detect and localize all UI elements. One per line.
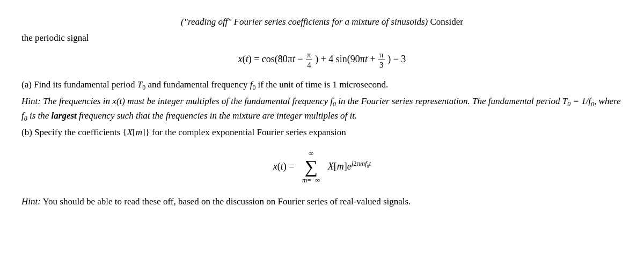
formula-lhs: x(t) = cos(80πt − [238, 53, 303, 64]
hint-a-label: Hint: [21, 96, 41, 106]
frac-num-pi2: π [378, 50, 385, 60]
sum-formula: x(t) = ∞ ∑ m=−∞ X[m]ej2πmf0t [21, 149, 623, 184]
formula-rhs: ) − 3 [387, 53, 406, 64]
part-b: (b) Specify the coefficients {X[m]} for … [21, 125, 623, 139]
intro-text: the periodic signal [21, 33, 89, 43]
frac-pi-4: π 4 [306, 50, 312, 70]
sum-container: x(t) = ∞ ∑ m=−∞ X[m]ej2πmf0t [273, 149, 371, 184]
frac-den-3: 3 [378, 60, 385, 70]
hint-a-largest: fre­quency such that the frequencies in … [79, 111, 357, 121]
sigma-block: ∞ ∑ m=−∞ [302, 149, 320, 184]
formula-middle: ) + 4 sin(90πt + [315, 53, 375, 64]
intro-block: the periodic signal [21, 31, 623, 45]
header-italic: ("reading off" Fourier series coefficien… [181, 17, 428, 27]
header-roman: Consider [428, 17, 463, 27]
hint-final-text: You should be able to read these off, ba… [41, 196, 411, 207]
frac-num-pi: π [306, 50, 312, 60]
hint-a: Hint: The frequencies in x(t) must be in… [21, 94, 623, 123]
part-a: (a) Find its fundamental period T0 and f… [21, 77, 623, 92]
main-formula: x(t) = cos(80πt − π 4 ) + 4 sin(90πt + π… [21, 50, 623, 70]
sum-lhs: x(t) = [273, 159, 295, 174]
sigma-symbol: ∑ [305, 158, 318, 176]
frac-pi-3: π 3 [378, 50, 385, 70]
hint-final: Hint: You should be able to read these o… [21, 194, 623, 209]
hint-final-label: Hint: [21, 196, 41, 207]
frac-den-4: 4 [306, 60, 312, 70]
sigma-bottom: m=−∞ [302, 176, 320, 185]
header-line: ("reading off" Fourier series coefficien… [21, 15, 623, 29]
sum-rhs: X[m]ej2πmf0t [328, 159, 371, 174]
page-content: ("reading off" Fourier series coefficien… [21, 15, 623, 209]
